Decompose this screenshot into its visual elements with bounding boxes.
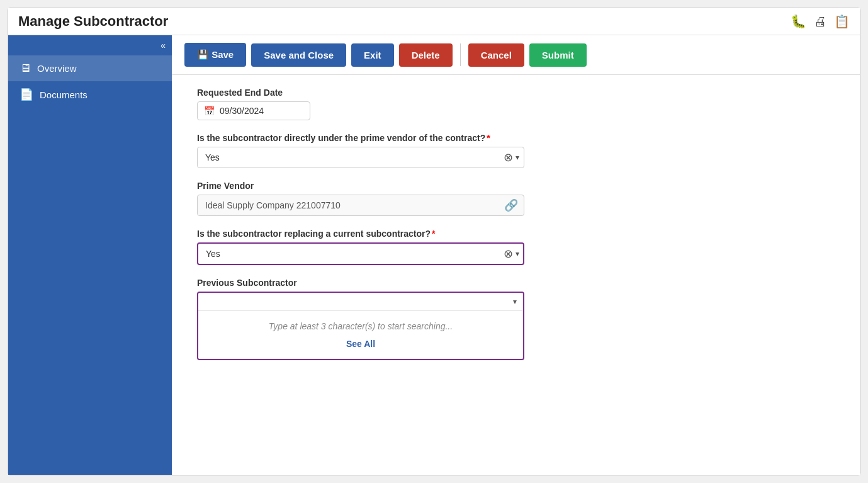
requested-end-date-value: 09/30/2024 [220,106,264,116]
replacing-clear-icon[interactable]: ⊗ [504,247,513,261]
vendor-link-icon[interactable]: 🔗 [504,198,518,212]
previous-sub-input[interactable] [205,297,509,307]
sidebar: « 🖥 Overview 📄 Documents [8,35,172,475]
previous-sub-label: Previous Subcontractor [197,278,835,288]
prime-vendor-select-icons: ⊗ ▾ [504,151,519,164]
page-title: Manage Subcontractor [18,13,168,30]
sidebar-item-overview-label: Overview [37,63,77,74]
prime-vendor-dropdown-arrow[interactable]: ▾ [516,153,519,162]
clipboard-icon[interactable]: 📋 [834,14,850,29]
replacing-select[interactable]: Yes [197,242,524,265]
previous-sub-input-row: ▾ [198,293,523,310]
calendar-icon: 📅 [204,106,215,116]
previous-sub-see-all-link[interactable]: See All [208,339,513,349]
main-content: 💾 Save Save and Close Exit Delete Cancel… [172,35,860,475]
sidebar-item-documents[interactable]: 📄 Documents [8,81,172,108]
previous-sub-dropdown: Type at least 3 character(s) to start se… [198,310,523,359]
replacing-select-icons: ⊗ ▾ [504,247,519,261]
bug-icon[interactable]: 🐛 [791,14,806,29]
documents-icon: 📄 [20,88,33,101]
prime-vendor-value: Ideal Supply Company 221007710 [197,195,524,216]
prime-vendor-select[interactable]: Yes [197,147,524,168]
exit-button[interactable]: Exit [351,43,394,67]
prime-vendor-label: Prime Vendor [197,181,835,191]
replacing-select-wrapper: Yes ⊗ ▾ [197,242,524,265]
replacing-question-group: Is the subcontractor replacing a current… [197,229,835,265]
overview-icon: 🖥 [20,62,31,75]
sidebar-item-documents-label: Documents [40,89,87,100]
save-close-button[interactable]: Save and Close [251,43,346,67]
replacing-required: * [432,229,435,239]
previous-sub-arrow[interactable]: ▾ [513,297,517,306]
prime-vendor-clear-icon[interactable]: ⊗ [504,151,513,164]
sidebar-item-overview[interactable]: 🖥 Overview [8,55,172,81]
toolbar: 💾 Save Save and Close Exit Delete Cancel… [172,35,860,75]
sidebar-collapse-button[interactable]: « [161,40,166,50]
print-icon[interactable]: 🖨 [814,14,826,29]
date-input-wrapper[interactable]: 📅 09/30/2024 [197,101,310,120]
prime-vendor-group: Prime Vendor Ideal Supply Company 221007… [197,181,835,216]
form-area: Requested End Date 📅 09/30/2024 Is the s… [172,75,860,475]
prime-vendor-question-group: Is the subcontractor directly under the … [197,133,835,168]
replacing-question-label: Is the subcontractor replacing a current… [197,229,835,239]
delete-button[interactable]: Delete [399,43,453,67]
cancel-button[interactable]: Cancel [468,43,524,67]
prime-vendor-question-label: Is the subcontractor directly under the … [197,133,835,143]
requested-end-date-label: Requested End Date [197,88,835,98]
submit-button[interactable]: Submit [529,43,587,67]
requested-end-date-group: Requested End Date 📅 09/30/2024 [197,88,835,120]
save-button[interactable]: 💾 Save [184,43,246,67]
vendor-wrapper: Ideal Supply Company 221007710 🔗 [197,195,524,216]
prime-vendor-select-wrapper: Yes ⊗ ▾ [197,147,524,168]
previous-sub-wrapper: ▾ Type at least 3 character(s) to start … [197,292,524,360]
replacing-dropdown-arrow[interactable]: ▾ [516,249,519,258]
save-icon: 💾 [197,49,211,60]
toolbar-divider [460,43,461,66]
previous-sub-group: Previous Subcontractor ▾ Type at least 3… [197,278,835,360]
prime-vendor-required: * [487,133,490,143]
previous-sub-search-hint: Type at least 3 character(s) to start se… [208,321,513,331]
